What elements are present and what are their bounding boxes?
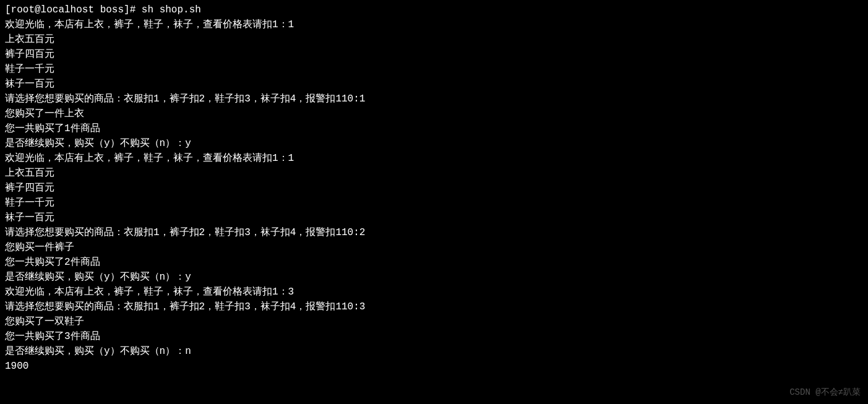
shell-prompt: [root@localhost boss]#: [5, 4, 142, 15]
output-line: 请选择您想要购买的商品：衣服扣1，裤子扣2，鞋子扣3，袜子扣4，报警扣110:3: [5, 299, 863, 314]
output-line: 1900: [5, 359, 863, 374]
output-line: 您一共购买了1件商品: [5, 121, 863, 136]
output-line: 鞋子一千元: [5, 196, 863, 210]
output-line: 鞋子一千元: [5, 62, 863, 77]
watermark-text: CSDN @不会≠趴菜: [789, 386, 861, 399]
output-line: 欢迎光临，本店有上衣，裤子，鞋子，袜子，查看价格表请扣1：1: [5, 17, 863, 32]
output-line: 请选择您想要购买的商品：衣服扣1，裤子扣2，鞋子扣3，袜子扣4，报警扣110:1: [5, 92, 863, 106]
output-line: 裤子四百元: [5, 47, 863, 62]
output-line: 欢迎光临，本店有上衣，裤子，鞋子，袜子，查看价格表请扣1：3: [5, 285, 863, 299]
command-text: sh shop.sh: [142, 4, 201, 15]
output-line: 是否继续购买，购买（y）不购买（n）：y: [5, 136, 863, 151]
output-line: 您购买一件裤子: [5, 240, 863, 255]
command-line: [root@localhost boss]# sh shop.sh: [5, 2, 863, 17]
output-line: 上衣五百元: [5, 32, 863, 47]
output-line: 请选择您想要购买的商品：衣服扣1，裤子扣2，鞋子扣3，袜子扣4，报警扣110:2: [5, 225, 863, 240]
output-line: 您一共购买了2件商品: [5, 255, 863, 270]
output-line: 袜子一百元: [5, 77, 863, 92]
output-line: 欢迎光临，本店有上衣，裤子，鞋子，袜子，查看价格表请扣1：1: [5, 151, 863, 166]
output-line: 袜子一百元: [5, 210, 863, 225]
output-line: 是否继续购买，购买（y）不购买（n）：y: [5, 270, 863, 285]
output-line: 上衣五百元: [5, 166, 863, 181]
output-line: 裤子四百元: [5, 181, 863, 196]
output-line: 您购买了一件上衣: [5, 106, 863, 121]
output-line: 您一共购买了3件商品: [5, 329, 863, 344]
output-line: 您购买了一双鞋子: [5, 314, 863, 329]
output-line: 是否继续购买，购买（y）不购买（n）：n: [5, 344, 863, 359]
terminal-output[interactable]: [root@localhost boss]# sh shop.sh 欢迎光临，本…: [5, 2, 863, 374]
